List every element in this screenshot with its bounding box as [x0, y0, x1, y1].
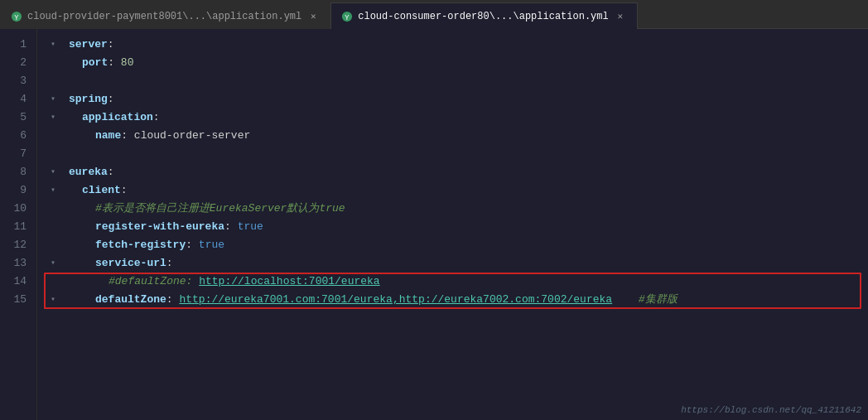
val-register: true [238, 218, 263, 236]
tab-close-payment[interactable]: ✕ [306, 10, 320, 23]
key-serviceurl: service-url [95, 254, 166, 273]
val-port: 80 [121, 54, 134, 72]
comment-cluster: #集群版 [625, 291, 677, 309]
url-defaultzone: http://localhost:7001/eureka [199, 273, 379, 291]
code-line-14: #defaultZone: http://localhost:7001/eure… [37, 273, 868, 291]
comment-register: #表示是否将自己注册进EurekaServer默认为true [95, 200, 345, 218]
key-register: register-with-eureka [95, 218, 224, 236]
tab-icon-order: Y [341, 11, 353, 22]
ln-13: 13 [0, 254, 36, 273]
code-line-5: ▾ application: [37, 109, 868, 127]
ln-6: 6 [0, 127, 36, 145]
key-server: server [69, 36, 108, 54]
ln-5: 5 [0, 109, 36, 127]
code-line-15: ▾ defaultZone: http://eureka7001.com:700… [37, 291, 868, 309]
ln-10: 10 [0, 200, 36, 218]
val-defaultzone: http://eureka7001.com:7001/eureka,http:/… [179, 291, 612, 309]
val-name: cloud-order-server [134, 127, 250, 145]
ln-4: 4 [0, 90, 36, 109]
key-fetch: fetch-registry [95, 236, 186, 254]
ln-9: 9 [0, 181, 36, 200]
key-application: application [82, 109, 153, 127]
key-defaultzone: defaultZone [95, 291, 166, 309]
code-line-9: ▾ client: [37, 181, 868, 200]
key-port: port [82, 54, 108, 72]
ln-11: 11 [0, 218, 36, 236]
ln-8: 8 [0, 163, 36, 181]
key-eureka: eureka [69, 163, 108, 181]
tab-close-order[interactable]: ✕ [614, 10, 627, 23]
line-numbers: 1 2 3 4 5 6 7 8 9 10 11 12 13 14 15 [0, 29, 37, 420]
tab-order[interactable]: Y cloud-consumer-order80\...\application… [330, 2, 637, 29]
code-line-1: ▾ server: [37, 36, 868, 54]
fold-1[interactable]: ▾ [51, 36, 62, 54]
tab-label-payment: cloud-provider-payment8001\...\applicati… [27, 11, 301, 22]
key-name: name [95, 127, 121, 145]
key-client: client [82, 181, 121, 200]
svg-text:Y: Y [14, 13, 19, 22]
code-line-11: register-with-eureka: true [37, 218, 868, 236]
code-line-8: ▾ eureka: [37, 163, 868, 181]
code-line-7 [37, 145, 868, 163]
ln-15: 15 [0, 291, 36, 309]
code-line-3 [37, 72, 868, 90]
code-line-6: name: cloud-order-server [37, 127, 868, 145]
code-line-2: port: 80 [37, 54, 868, 72]
code-line-4: ▾ spring: [37, 90, 868, 109]
ln-14: 14 [0, 273, 36, 291]
comment-defaultzone: #defaultZone: [108, 273, 199, 291]
tab-label-order: cloud-consumer-order80\...\application.y… [358, 11, 608, 22]
val-fetch: true [199, 236, 224, 254]
ln-3: 3 [0, 72, 36, 90]
code-line-10: #表示是否将自己注册进EurekaServer默认为true [37, 200, 868, 218]
editor: 1 2 3 4 5 6 7 8 9 10 11 12 13 14 15 ▾ se… [0, 29, 868, 420]
ln-7: 7 [0, 145, 36, 163]
code-area: 1 2 3 4 5 6 7 8 9 10 11 12 13 14 15 ▾ se… [0, 29, 868, 420]
code-line-12: fetch-registry: true [37, 236, 868, 254]
tab-bar: Y cloud-provider-payment8001\...\applica… [0, 0, 868, 29]
code-line-13: ▾ service-url: [37, 254, 868, 273]
code-content[interactable]: ▾ server: port: 80 ▾ spring: ▾ [37, 29, 868, 420]
key-spring: spring [69, 90, 108, 109]
tab-icon-payment: Y [11, 11, 22, 22]
ln-2: 2 [0, 54, 36, 72]
svg-text:Y: Y [345, 13, 350, 22]
ln-1: 1 [0, 36, 36, 54]
boxed-lines: #defaultZone: http://localhost:7001/eure… [37, 273, 868, 309]
tab-payment[interactable]: Y cloud-provider-payment8001\...\applica… [0, 2, 330, 29]
ln-12: 12 [0, 236, 36, 254]
